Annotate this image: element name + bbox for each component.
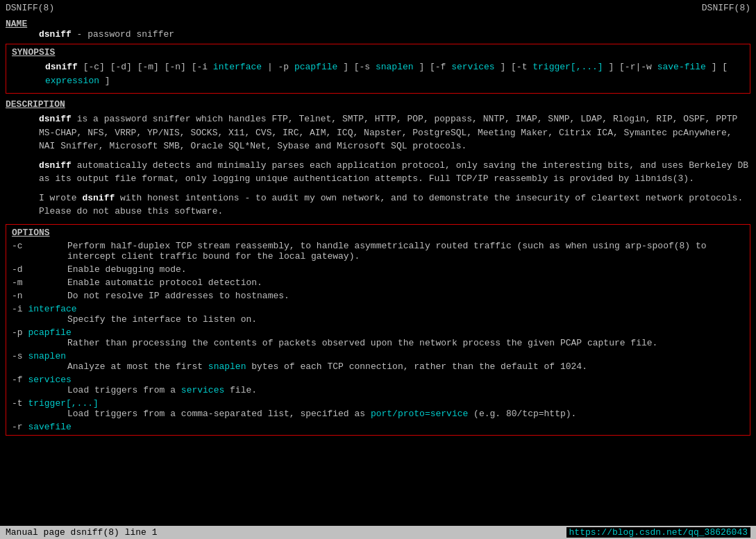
flag-n-text: -n bbox=[12, 291, 23, 301]
option-p: -p pcapfile Rather than processing the c… bbox=[12, 327, 744, 348]
description-para1: dsniff is a password sniffer which handl… bbox=[39, 112, 750, 153]
option-t: -t trigger[,...] Load triggers from a co… bbox=[12, 398, 744, 419]
options-section: OPTIONS -c Perform half-duplex TCP strea… bbox=[6, 224, 750, 436]
options-label: OPTIONS bbox=[12, 228, 744, 238]
desc-text1: is a password sniffer which handles FTP,… bbox=[39, 114, 737, 151]
synopsis-content: dsniff [-c] [-d] [-m] [-n] [-i interface… bbox=[45, 58, 744, 90]
synopsis-trigger: trigger[,...] bbox=[532, 62, 603, 72]
description-para3: I wrote dsniff with honest intentions - … bbox=[39, 191, 750, 219]
synopsis-interface: interface bbox=[213, 62, 262, 72]
synopsis-opts7: ] [ bbox=[712, 62, 728, 72]
page-container: DSNIFF(8) DSNIFF(8) NAME dsniff - passwo… bbox=[0, 0, 756, 539]
option-d: -d Enable debugging mode. bbox=[12, 264, 744, 275]
desc-post3: with honest intentions - to audit my own… bbox=[39, 193, 743, 217]
flag-n: -n bbox=[12, 291, 67, 301]
flag-m: -m bbox=[12, 277, 67, 288]
synopsis-section: SYNOPSIS dsniff [-c] [-d] [-m] [-n] [-i … bbox=[6, 44, 750, 94]
flag-d-text: -d bbox=[12, 264, 23, 275]
flag-i-text: -i bbox=[12, 304, 28, 314]
desc-bold1: dsniff bbox=[39, 114, 72, 124]
footer-url: https://blog.csdn.net/qq_38626043 bbox=[566, 527, 750, 538]
synopsis-opts3: ] [-s bbox=[343, 62, 376, 72]
param-t-trigger: trigger[,...] bbox=[28, 398, 98, 409]
services-inline: services bbox=[181, 385, 224, 395]
flag-f-text: -f bbox=[12, 375, 28, 385]
name-section: NAME dsniff - password sniffer bbox=[0, 16, 756, 42]
name-content: dsniff - password sniffer bbox=[39, 29, 750, 40]
header-bar: DSNIFF(8) DSNIFF(8) bbox=[0, 0, 756, 16]
flag-c-text: -c bbox=[12, 241, 23, 251]
option-r: -r savefile bbox=[12, 422, 744, 432]
desc-n: Do not resolve IP addresses to hostnames… bbox=[67, 291, 744, 301]
flag-s-text: -s bbox=[12, 351, 28, 361]
synopsis-opts5: ] [-t bbox=[500, 62, 532, 72]
option-m: -m Enable automatic protocol detection. bbox=[12, 277, 744, 288]
flag-c: -c bbox=[12, 241, 67, 262]
description-para2: dsniff automatically detects and minimal… bbox=[39, 159, 750, 186]
synopsis-opts4: ] [-f bbox=[419, 62, 451, 72]
param-p-pcapfile: pcapfile bbox=[28, 327, 71, 338]
desc-t: Load triggers from a comma-separated lis… bbox=[67, 409, 744, 419]
option-i: -i interface Specify the interface to li… bbox=[12, 304, 744, 325]
desc-i: Specify the interface to listen on. bbox=[67, 314, 744, 325]
option-f: -f services Load triggers from a service… bbox=[12, 375, 744, 395]
status-bar: Manual page dsniff(8) line 1 https://blo… bbox=[0, 526, 756, 539]
flag-p-text: -p bbox=[12, 327, 28, 338]
flag-r-text: -r bbox=[12, 422, 28, 432]
desc-p: Rather than processing the contents of p… bbox=[67, 338, 744, 348]
desc-d: Enable debugging mode. bbox=[67, 264, 744, 275]
desc-bold2: dsniff bbox=[39, 160, 72, 171]
flag-d: -d bbox=[12, 264, 67, 275]
desc-c: Perform half-duplex TCP stream reassembl… bbox=[67, 241, 744, 262]
param-i-interface: interface bbox=[28, 304, 76, 314]
param-r-savefile: savefile bbox=[28, 422, 71, 432]
description-section: DESCRIPTION dsniff is a password sniffer… bbox=[6, 96, 750, 221]
desc-bold3: dsniff bbox=[82, 193, 115, 203]
synopsis-label: SYNOPSIS bbox=[12, 47, 744, 58]
synopsis-expression: expression bbox=[45, 76, 99, 86]
header-right: DSNIFF(8) bbox=[702, 3, 750, 13]
synopsis-opts8: ] bbox=[105, 76, 110, 86]
description-label: DESCRIPTION bbox=[6, 99, 750, 110]
synopsis-pcapfile: pcapfile bbox=[294, 62, 337, 72]
synopsis-opts2: | -p bbox=[267, 62, 294, 72]
param-f-services: services bbox=[28, 375, 71, 385]
flag-t-pre: -t bbox=[12, 398, 28, 409]
option-s: -s snaplen Analyze at most the first sna… bbox=[12, 351, 744, 372]
flag-m-text: -m bbox=[12, 277, 23, 288]
desc-text2: automatically detects and minimally pars… bbox=[39, 160, 748, 185]
synopsis-snaplen: snaplen bbox=[376, 62, 414, 72]
synopsis-command: dsniff bbox=[45, 62, 78, 72]
param-s-snaplen: snaplen bbox=[28, 351, 66, 361]
synopsis-opts1: [-c] [-d] [-m] [-n] [-i bbox=[83, 62, 213, 72]
option-n: -n Do not resolve IP addresses to hostna… bbox=[12, 291, 744, 301]
proto-service-inline: port/proto=service bbox=[371, 409, 468, 419]
synopsis-opts6: ] [-r|-w bbox=[608, 62, 657, 72]
desc-f: Load triggers from a services file. bbox=[67, 385, 744, 395]
synopsis-services: services bbox=[451, 62, 494, 72]
desc-m: Enable automatic protocol detection. bbox=[67, 277, 744, 288]
header-left: DSNIFF(8) bbox=[6, 3, 54, 13]
status-text: Manual page dsniff(8) line 1 bbox=[6, 527, 157, 538]
desc-s: Analyze at most the first snaplen bytes … bbox=[67, 361, 744, 372]
option-c: -c Perform half-duplex TCP stream reasse… bbox=[12, 241, 744, 262]
synopsis-savefile: save-file bbox=[657, 62, 706, 72]
desc-pre3: I wrote bbox=[39, 193, 82, 203]
name-label: NAME bbox=[6, 19, 750, 29]
snaplen-inline: snaplen bbox=[208, 361, 246, 372]
